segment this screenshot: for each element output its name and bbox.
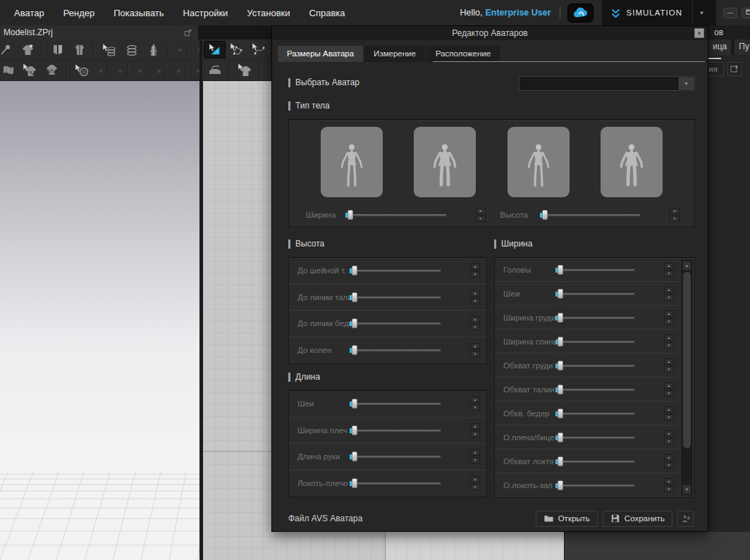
spinner-up-button[interactable]: ▲ [664,454,674,461]
collapsed-toolbar-group[interactable]: » [99,67,103,75]
spinner-up-button[interactable]: ▲ [664,406,674,413]
spinner-up-button[interactable]: ▲ [664,478,674,485]
simulation-dropdown-caret[interactable]: ▼ [692,0,711,25]
dialog-tab[interactable]: Расположение [426,46,500,62]
spinner-down-button[interactable]: ▼ [470,351,480,357]
collapsed-toolbar-group[interactable]: » [137,67,142,75]
measurement-slider[interactable] [350,292,441,302]
open-button[interactable]: Открыть [536,511,598,527]
slider-knob[interactable] [558,433,563,442]
scrollbar-up-button[interactable]: ▲ [682,261,691,270]
spinner-down-button[interactable]: ▼ [664,270,674,277]
spinner-down-button[interactable]: ▼ [470,431,480,437]
avatar-select-dropdown[interactable]: ▼ [519,76,695,91]
scrollbar-down-button[interactable]: ▼ [682,485,691,494]
spinner-down-button[interactable]: ▼ [476,216,486,222]
spinner-down-button[interactable]: ▼ [664,366,674,373]
slider-knob[interactable] [558,289,563,299]
user-name[interactable]: Enterprise User [485,8,551,18]
body-type-3-button[interactable] [508,127,570,197]
free-sewing-tool-icon[interactable] [121,41,142,58]
edit-pattern-tool-icon[interactable] [226,41,247,58]
slider-knob[interactable] [542,210,548,220]
spinner-down-button[interactable]: ▼ [470,298,480,304]
slider-knob[interactable] [558,337,563,347]
measurement-slider[interactable] [555,385,634,394]
spinner-up-button[interactable]: ▲ [664,311,674,317]
menu-item-5[interactable]: Установки [247,8,290,18]
viewport-3d[interactable] [0,81,199,560]
menu-item-4[interactable]: Настройки [183,8,228,18]
spinner-down-button[interactable]: ▼ [664,390,674,397]
spinner-up-button[interactable]: ▲ [470,343,480,349]
slider-knob[interactable] [558,385,563,394]
spinner-up-button[interactable]: ▲ [470,449,480,456]
spinner-down-button[interactable]: ▼ [664,294,674,301]
edit-curvature-tool-icon[interactable] [247,41,269,58]
dropdown-arrow-button[interactable]: ▼ [679,77,694,89]
dialog-tab[interactable]: Размеры Аватара [278,46,363,62]
body-type-1-button[interactable] [321,127,383,197]
measurement-slider[interactable] [350,452,441,461]
spinner-up-button[interactable]: ▲ [470,316,480,323]
close-button[interactable]: × [694,28,704,38]
right-panel-tab-2[interactable]: Пу [734,39,750,55]
slider-knob[interactable] [352,452,357,461]
measurement-slider[interactable] [345,210,446,220]
iron-tool-icon[interactable] [204,62,226,80]
pin-garment-tool-icon[interactable] [16,41,38,58]
add-item-button[interactable] [727,62,742,76]
maximize-button[interactable] [742,8,750,18]
slider-knob[interactable] [352,292,357,302]
applique-select-tool-icon[interactable] [19,62,41,80]
fold-arrangement-tool-icon[interactable] [47,41,68,58]
pin-tool-icon[interactable] [0,41,16,58]
measurement-slider[interactable] [350,345,441,355]
spinner-down-button[interactable]: ▼ [664,462,674,468]
clo-set-cloud-button[interactable] [567,4,594,23]
import-avatar-button[interactable] [677,511,694,527]
spinner-down-button[interactable]: ▼ [664,414,674,421]
measurement-slider[interactable] [350,425,441,435]
slider-knob[interactable] [352,345,357,355]
spinner-up-button[interactable]: ▲ [670,208,680,214]
body-type-2-button[interactable] [414,127,476,197]
copy-button-fragment[interactable]: Копия [708,62,724,76]
fabric-tool-icon[interactable] [0,62,19,80]
slider-knob[interactable] [348,210,353,220]
measurement-slider[interactable] [555,337,634,347]
collapsed-toolbar-group[interactable]: » [157,67,161,75]
spinner-down-button[interactable]: ▼ [670,216,680,222]
spinner-up-button[interactable]: ▲ [664,263,674,269]
slider-knob[interactable] [352,425,357,435]
applique-tool-icon[interactable] [41,62,63,80]
measurement-slider[interactable] [540,210,641,220]
spinner-down-button[interactable]: ▼ [664,318,674,325]
spinner-up-button[interactable]: ▲ [664,430,674,437]
collapsed-toolbar-group[interactable]: » [176,67,180,75]
spinner-up-button[interactable]: ▲ [470,423,480,430]
button-tool-icon[interactable] [71,62,93,80]
measurement-slider[interactable] [555,433,634,442]
arrangement-tool-icon[interactable] [68,41,90,58]
spinner-up-button[interactable]: ▲ [470,290,480,297]
measurement-slider[interactable] [555,361,634,371]
measurement-slider[interactable] [555,265,634,275]
spinner-down-button[interactable]: ▼ [664,342,674,349]
spinner-up-button[interactable]: ▲ [664,335,674,341]
menu-item-1[interactable]: Аватар [14,8,44,18]
spinner-up-button[interactable]: ▲ [470,263,480,270]
measurement-slider[interactable] [555,289,634,299]
measurement-slider[interactable] [555,409,634,418]
spinner-down-button[interactable]: ▼ [664,486,674,492]
spinner-down-button[interactable]: ▼ [470,404,480,411]
menu-item-3[interactable]: Показывать [113,8,164,18]
collapsed-toolbar-group[interactable]: » [118,67,123,75]
measurement-slider[interactable] [350,266,441,275]
select-garment-tool-icon[interactable] [234,62,256,80]
minimize-button[interactable]: — [723,8,737,18]
spinner-down-button[interactable]: ▼ [470,324,480,330]
transform-pattern-tool-icon[interactable] [204,41,226,58]
spinner-up-button[interactable]: ▲ [470,397,480,403]
measurement-slider[interactable] [350,478,441,488]
